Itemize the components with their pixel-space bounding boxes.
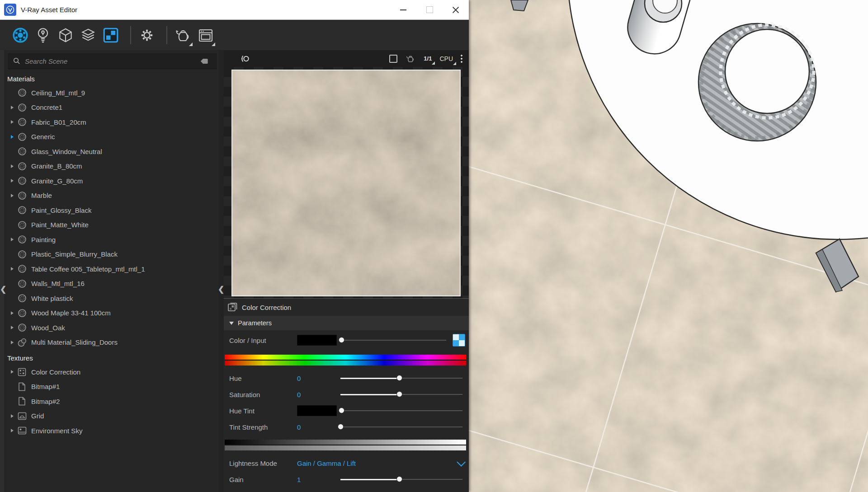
tree-item-paint-matte-white[interactable]: Paint_Matte_White: [5, 218, 218, 233]
search-field[interactable]: Search Scene: [8, 53, 217, 69]
expand-arrow-icon[interactable]: [11, 135, 16, 139]
preview-shape-button[interactable]: [389, 55, 397, 63]
material-sphere-icon: [17, 147, 27, 156]
lightness-mode-dropdown-icon[interactable]: [457, 458, 466, 467]
lightness-mode-value[interactable]: Gain / Gamma / Lift: [297, 459, 457, 467]
panel-divider[interactable]: ❮: [218, 50, 224, 492]
tree-item-multi-material-sliding-doors[interactable]: Multi Material_Sliding_Doors: [5, 335, 218, 350]
tree-item-label: White plastick: [31, 295, 73, 302]
preview-teapot-button[interactable]: [405, 54, 416, 63]
tree-item-environment-sky[interactable]: Environment Sky: [5, 423, 218, 438]
lightness-gradient-bar: [224, 435, 469, 455]
textures-tab-icon[interactable]: [101, 26, 120, 45]
expand-arrow-icon[interactable]: [11, 179, 16, 183]
saturation-value[interactable]: 0: [297, 391, 337, 398]
tree-item-white-plastick[interactable]: White plastick: [5, 291, 218, 306]
hue-tint-slider[interactable]: [341, 407, 462, 414]
left-scroll-strip[interactable]: [0, 50, 5, 492]
tree-item-label: Walls_Mtl_mtl_16: [31, 280, 85, 287]
expand-arrow-icon[interactable]: [11, 194, 16, 197]
tree-item-table-coffee-005-tabletop-mtl-mtl-1[interactable]: Table Coffee 005_Tabletop_mtl_mtl_1: [5, 262, 218, 276]
parameters-section-header[interactable]: Parameters: [224, 316, 469, 330]
materials-tab-icon[interactable]: [11, 26, 30, 45]
expand-arrow-icon[interactable]: [11, 311, 16, 315]
tree-item-concrete1[interactable]: Concrete1: [5, 100, 218, 115]
hue-slider[interactable]: [340, 375, 462, 382]
minimize-button[interactable]: [390, 0, 416, 19]
tint-strength-value[interactable]: 0: [297, 423, 337, 431]
texture-slot-icon[interactable]: [453, 334, 465, 347]
param-row-lightness-mode: Lightness Mode Gain / Gamma / Lift: [224, 455, 469, 471]
expand-arrow-icon[interactable]: [11, 106, 16, 109]
tree-item-wood-oak[interactable]: Wood_Oak: [5, 320, 218, 335]
preview-ratio-button[interactable]: 1/1: [424, 55, 432, 62]
tree-item-marble[interactable]: Marble: [5, 188, 218, 203]
tree-item-painting[interactable]: Painting: [5, 232, 218, 247]
layers-tab-icon[interactable]: [79, 26, 98, 45]
expand-arrow-icon[interactable]: [11, 429, 16, 432]
expand-arrow-icon[interactable]: [11, 164, 16, 168]
collapse-panel-mid-chevron[interactable]: ❮: [218, 285, 224, 294]
screen: V-Ray Asset Editor: [0, 0, 868, 492]
hue-value[interactable]: 0: [297, 375, 337, 382]
tree-item-grid[interactable]: Grid: [5, 409, 218, 424]
tree-item-label: Multi Material_Sliding_Doors: [31, 338, 118, 346]
lights-tab-icon[interactable]: [33, 26, 52, 45]
geometry-tab-icon[interactable]: [56, 26, 75, 45]
tree-item-ceiling-mtl-mtl-9[interactable]: Ceiling_Mtl_mtl_9: [5, 85, 218, 100]
tree-item-label: Paint_Matte_White: [31, 221, 89, 229]
expand-arrow-icon[interactable]: [11, 238, 16, 241]
plane-preview-icon: [389, 55, 397, 63]
render-button[interactable]: [174, 26, 193, 45]
tree-item-fabric-b01-20cm[interactable]: Fabric_B01_20cm: [5, 115, 218, 130]
tree-item-granite-g-80cm[interactable]: Granite_G_80cm: [5, 173, 218, 188]
expand-arrow-icon[interactable]: [11, 341, 16, 344]
close-button[interactable]: [443, 0, 469, 19]
preview-orbit-icon[interactable]: [239, 54, 251, 63]
tree-item-walls-mtl-mtl-16[interactable]: Walls_Mtl_mtl_16: [5, 276, 218, 291]
sketchup-viewport[interactable]: [469, 0, 868, 492]
tree-item-granite-b-80cm[interactable]: Granite_B_80cm: [5, 159, 218, 174]
titlebar[interactable]: V-Ray Asset Editor: [0, 0, 469, 20]
tree-item-wood-maple-33-41-100cm[interactable]: Wood Maple 33-41 100cm: [5, 306, 218, 321]
expand-arrow-icon[interactable]: [11, 267, 16, 271]
tree-item-label: Wood_Oak: [31, 324, 65, 332]
render-dropdown-icon[interactable]: [189, 42, 193, 46]
material-sphere-icon: [17, 176, 27, 186]
tint-strength-slider[interactable]: [340, 423, 462, 431]
minimize-icon: [400, 9, 406, 10]
tree-item-bitmap-2[interactable]: Bitmap#2: [5, 394, 218, 409]
tree-item-label: Color Correction: [31, 368, 80, 376]
tree-item-glass-window-neutral[interactable]: Glass_Window_Neutral: [5, 144, 218, 159]
maximize-button[interactable]: [416, 0, 443, 19]
tree-item-bitmap-1[interactable]: Bitmap#1: [5, 380, 218, 394]
expand-arrow-icon[interactable]: [11, 326, 16, 329]
frame-buffer-button[interactable]: [196, 26, 215, 45]
ribbed-lid[interactable]: [698, 23, 816, 141]
gain-value[interactable]: 1: [297, 476, 337, 483]
tree-item-color-correction[interactable]: Color Correction: [5, 365, 218, 380]
asset-toolbar: [0, 20, 469, 50]
color-input-slider[interactable]: [341, 337, 446, 344]
expand-arrow-icon[interactable]: [11, 414, 16, 418]
settings-tab-icon[interactable]: [137, 26, 156, 45]
material-sphere-icon: [17, 191, 27, 200]
gain-slider[interactable]: [340, 476, 462, 483]
tree-item-label: Bitmap#2: [31, 398, 60, 405]
tree-item-generic[interactable]: Generic: [5, 130, 218, 145]
tree-item-paint-glossy-black[interactable]: Paint_Glossy_Black: [5, 203, 218, 218]
teapot-icon: [405, 54, 416, 63]
engine-selector[interactable]: CPU: [439, 55, 453, 62]
frame-buffer-dropdown-icon[interactable]: [212, 42, 215, 46]
expand-arrow-icon[interactable]: [11, 370, 16, 374]
color-input-swatch[interactable]: [297, 335, 337, 346]
expand-arrow-icon[interactable]: [11, 120, 16, 124]
preview-menu-icon[interactable]: [461, 55, 462, 63]
texture-preview-image[interactable]: [231, 70, 461, 296]
hue-tint-swatch[interactable]: [297, 405, 337, 416]
search-clear-icon[interactable]: [195, 58, 212, 64]
tree-item-plastic-simple-blurry-black[interactable]: Plastic_Simple_Blurry_Black: [5, 247, 218, 262]
vray-logo-icon: [4, 4, 16, 16]
saturation-slider[interactable]: [340, 391, 462, 398]
texture-editor-header: Color Correction: [224, 298, 469, 316]
